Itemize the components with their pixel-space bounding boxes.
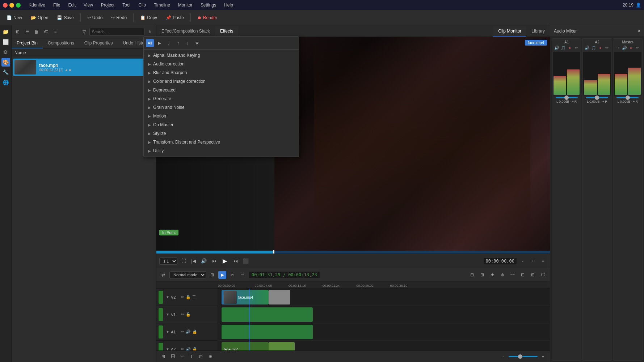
tl-star[interactable]: ★ [488,271,496,279]
effects-in-tab[interactable]: ↑ [174,39,182,47]
next-frame-button[interactable]: ⬛ [242,257,250,265]
bt-settings2[interactable]: ⚙ [206,353,214,361]
skip-back-button[interactable]: ⏮ [210,257,218,265]
menu-file[interactable]: File [50,2,63,8]
track-v2-expand[interactable]: ▼ [166,295,169,299]
ch-a2-edit[interactable]: ✏ [604,46,609,51]
track-v2-edit-icon[interactable]: ✏ [181,295,184,299]
effects-fav-tab[interactable]: ★ [193,39,201,47]
preview-menu[interactable]: ≡ [539,257,547,265]
track-v1-expand[interactable]: ▼ [166,312,169,316]
save-button[interactable]: 💾 Save [53,14,77,22]
menu-project[interactable]: Project [98,2,117,8]
menu-tool[interactable]: Tool [119,2,133,8]
menu-monitor[interactable]: Monitor [175,2,195,8]
maximize-button[interactable] [16,3,21,8]
clip-face-v2[interactable]: face.mp4 [222,290,269,304]
ch-fader-knob-a2[interactable] [595,95,599,100]
ch-db-plus-master[interactable]: + [633,100,635,103]
bt-film[interactable]: 🎞 [169,353,177,361]
tl-preview[interactable]: 🖵 [539,271,547,279]
effects-cat-blur[interactable]: ▶ Blur and Sharpen [144,68,299,77]
zoom-slider-knob[interactable] [518,354,522,359]
tl-audio-wave[interactable]: 〰 [509,271,517,279]
clip-face-a2[interactable]: face.mp4 [222,342,269,350]
tab-clip-properties[interactable]: Clip Properties [79,38,118,48]
effects-cat-master[interactable]: ▶ On Master [144,120,299,129]
copy-button[interactable]: 📋 Copy [136,14,161,22]
effects-cat-deprecated[interactable]: ▶ Deprecated [144,86,299,94]
track-a1-edit-icon[interactable]: ✏ [181,329,184,334]
timecode-minus[interactable]: - [519,257,527,265]
menu-edit[interactable]: Edit [65,2,79,8]
track-v2-lock-icon[interactable]: 🔒 [186,295,191,299]
project-grid-view[interactable]: ⊞ [14,28,22,36]
menu-settings[interactable]: Settings [198,2,219,8]
skip-forward-button[interactable]: ⏭ [232,257,240,265]
track-a2-expand[interactable]: ▼ [166,347,169,350]
track-a1-lock-icon[interactable]: 🔒 [192,329,197,334]
ch-a1-edit[interactable]: ✏ [574,46,579,51]
project-list-view[interactable]: ☰ [23,28,31,36]
render-button[interactable]: ⏺ Render [194,14,221,22]
ch-master-fwd[interactable]: → [615,46,620,51]
bt-zoom-minus[interactable]: - [499,353,507,361]
progress-handle[interactable] [273,250,274,254]
ch-db-plus-a1[interactable]: + [572,100,574,103]
tl-play[interactable]: ▶ [218,271,226,279]
audio-mute-button[interactable]: 🔊 [200,257,208,265]
menu-clip[interactable]: Clip [135,2,149,8]
bt-grid[interactable]: ⊞ [159,353,167,361]
menu-timeline[interactable]: Timeline [151,2,173,8]
ch-a1-rec[interactable]: ● [567,46,572,51]
tab-compositions[interactable]: Compositions [43,38,79,48]
effects-cat-transform[interactable]: ▶ Transform, Distort and Perspective [144,138,299,146]
left-icon-2[interactable]: ⬜ [1,38,10,46]
fullscreen-button[interactable]: ⛶ [180,257,188,265]
ch-db-minus-a1[interactable]: - [570,100,571,103]
search-input[interactable] [89,28,144,36]
effects-video-tab[interactable]: ▶ [155,39,163,47]
menu-view[interactable]: View [81,2,96,8]
ch-fader-knob-a1[interactable] [564,95,569,100]
left-icon-6[interactable]: 🌐 [1,78,10,87]
tl-mode-select[interactable]: Normal mode [169,271,206,278]
ch-fader-a2[interactable] [586,97,608,98]
preview-progress-bar[interactable] [156,251,550,254]
track-a2-lock-icon[interactable]: 🔒 [192,347,197,350]
clip-white-v2[interactable] [269,290,290,304]
project-menu[interactable]: ≡ [51,28,59,36]
left-icon-3[interactable]: ⚙ [1,48,10,56]
bt-wave[interactable]: 〰 [178,353,186,361]
tab-project-bin[interactable]: Project Bin [12,38,43,48]
paste-button[interactable]: 📌 Paste [162,14,188,22]
ch-db-minus-master[interactable]: - [631,100,632,103]
open-button[interactable]: 📂 Open [27,14,52,22]
left-icon-5[interactable]: 🔧 [1,68,10,77]
effects-cat-alpha[interactable]: ▶ Alpha, Mask and Keying [144,51,299,60]
user-icon[interactable]: 👤 [636,3,641,8]
ch-fader-master[interactable] [616,97,639,98]
ch-a2-solo[interactable]: 🎵 [591,46,596,51]
left-icon-1[interactable]: 📁 [1,27,10,36]
zoom-slider[interactable] [509,356,538,357]
playhead[interactable] [249,289,249,350]
effects-cat-generate[interactable]: ▶ Generate [144,94,299,103]
tl-settings[interactable]: ⊞ [529,271,537,279]
track-v2-eye-icon[interactable]: ☰ [192,295,196,299]
effects-cat-stylize[interactable]: ▶ Stylize [144,129,299,138]
ch-a1-solo[interactable]: 🎵 [561,46,566,51]
timecode-plus[interactable]: + [529,257,537,265]
prev-frame-button[interactable]: |◀ [190,257,198,265]
ch-db-plus-a2[interactable]: + [602,100,604,103]
effects-cat-color[interactable]: ▶ Color and Image correction [144,77,299,86]
close-button[interactable] [3,3,8,8]
track-v1-lock-icon[interactable]: 🔒 [186,312,191,317]
project-filter[interactable]: ▽ [80,28,88,36]
track-a2-edit-icon[interactable]: ✏ [181,347,184,350]
zoom-select[interactable]: 1:1 [159,257,177,265]
redo-button[interactable]: ↪ Redo [108,14,130,22]
tl-subtitle[interactable]: ⊡ [519,271,527,279]
undo-button[interactable]: ↩ Undo [84,14,106,22]
menu-help[interactable]: Help [221,2,236,8]
